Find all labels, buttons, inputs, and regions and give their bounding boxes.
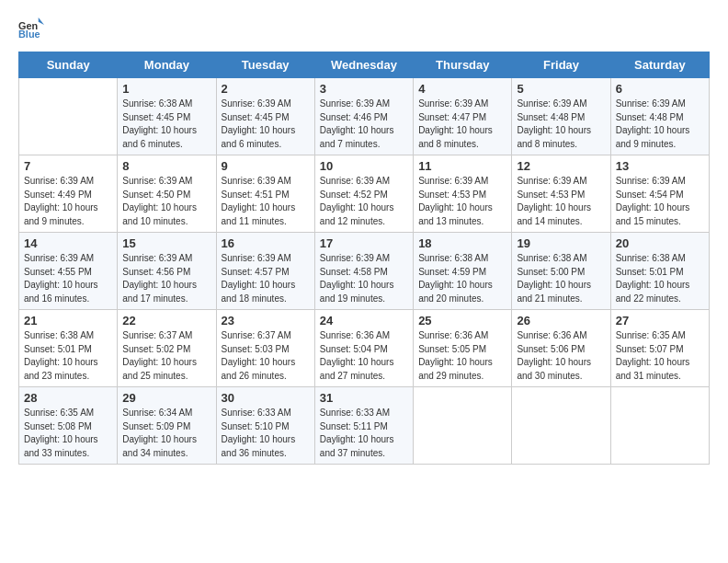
cell-sun-info: Sunrise: 6:36 AMSunset: 5:06 PMDaylight:… — [517, 329, 605, 383]
day-number: 13 — [616, 159, 704, 173]
day-number: 2 — [222, 82, 310, 96]
calendar-cell: 9Sunrise: 6:39 AMSunset: 4:51 PMDaylight… — [216, 155, 314, 233]
calendar-cell: 7Sunrise: 6:39 AMSunset: 4:49 PMDaylight… — [19, 155, 118, 233]
calendar-table: SundayMondayTuesdayWednesdayThursdayFrid… — [18, 52, 710, 465]
week-row-1: 1Sunrise: 6:38 AMSunset: 4:45 PMDaylight… — [19, 78, 710, 155]
calendar-body: 1Sunrise: 6:38 AMSunset: 4:45 PMDaylight… — [19, 78, 710, 465]
day-number: 29 — [122, 391, 210, 405]
logo: Gen Blue — [18, 15, 48, 40]
calendar-cell: 24Sunrise: 6:36 AMSunset: 5:04 PMDayligh… — [314, 310, 413, 387]
calendar-cell: 3Sunrise: 6:39 AMSunset: 4:46 PMDaylight… — [314, 78, 413, 155]
day-number: 6 — [616, 82, 704, 96]
day-number: 10 — [320, 159, 408, 173]
calendar-cell: 16Sunrise: 6:39 AMSunset: 4:57 PMDayligh… — [216, 233, 314, 310]
calendar-cell: 25Sunrise: 6:36 AMSunset: 5:05 PMDayligh… — [414, 310, 512, 387]
cell-sun-info: Sunrise: 6:38 AMSunset: 5:01 PMDaylight:… — [616, 252, 704, 305]
cell-sun-info: Sunrise: 6:39 AMSunset: 4:52 PMDaylight:… — [320, 175, 408, 228]
cell-sun-info: Sunrise: 6:36 AMSunset: 5:05 PMDaylight:… — [418, 329, 506, 383]
logo-icon: Gen Blue — [18, 15, 44, 40]
day-number: 22 — [122, 314, 210, 327]
cell-sun-info: Sunrise: 6:39 AMSunset: 4:50 PMDaylight:… — [122, 175, 210, 228]
calendar-cell: 18Sunrise: 6:38 AMSunset: 4:59 PMDayligh… — [414, 233, 512, 310]
header-day-monday: Monday — [118, 52, 216, 78]
day-number: 19 — [517, 236, 605, 250]
day-number: 20 — [616, 236, 704, 250]
calendar-cell: 19Sunrise: 6:38 AMSunset: 5:00 PMDayligh… — [512, 233, 610, 310]
calendar-cell: 22Sunrise: 6:37 AMSunset: 5:02 PMDayligh… — [118, 310, 216, 387]
calendar-header-row: SundayMondayTuesdayWednesdayThursdayFrid… — [19, 52, 710, 78]
calendar-cell: 23Sunrise: 6:37 AMSunset: 5:03 PMDayligh… — [216, 310, 314, 387]
cell-sun-info: Sunrise: 6:39 AMSunset: 4:54 PMDaylight:… — [616, 175, 704, 228]
cell-sun-info: Sunrise: 6:38 AMSunset: 5:01 PMDaylight:… — [24, 329, 112, 383]
calendar-cell: 8Sunrise: 6:39 AMSunset: 4:50 PMDaylight… — [118, 155, 216, 233]
page-header: Gen Blue — [18, 15, 710, 40]
day-number: 24 — [320, 314, 408, 327]
header-day-sunday: Sunday — [19, 52, 118, 78]
cell-sun-info: Sunrise: 6:39 AMSunset: 4:45 PMDaylight:… — [222, 98, 310, 151]
calendar-cell — [19, 78, 118, 155]
week-row-3: 14Sunrise: 6:39 AMSunset: 4:55 PMDayligh… — [19, 233, 710, 310]
calendar-cell: 15Sunrise: 6:39 AMSunset: 4:56 PMDayligh… — [118, 233, 216, 310]
header-day-thursday: Thursday — [414, 52, 512, 78]
day-number: 23 — [222, 314, 310, 327]
day-number: 9 — [222, 159, 310, 173]
calendar-cell: 4Sunrise: 6:39 AMSunset: 4:47 PMDaylight… — [414, 78, 512, 155]
cell-sun-info: Sunrise: 6:38 AMSunset: 4:45 PMDaylight:… — [122, 98, 210, 151]
cell-sun-info: Sunrise: 6:39 AMSunset: 4:48 PMDaylight:… — [517, 98, 605, 151]
header-day-saturday: Saturday — [610, 52, 709, 78]
day-number: 15 — [122, 236, 210, 250]
calendar-cell: 21Sunrise: 6:38 AMSunset: 5:01 PMDayligh… — [19, 310, 118, 387]
calendar-cell: 14Sunrise: 6:39 AMSunset: 4:55 PMDayligh… — [19, 233, 118, 310]
day-number: 18 — [418, 236, 506, 250]
calendar-cell: 29Sunrise: 6:34 AMSunset: 5:09 PMDayligh… — [118, 387, 216, 465]
cell-sun-info: Sunrise: 6:39 AMSunset: 4:58 PMDaylight:… — [320, 252, 408, 305]
day-number: 31 — [320, 391, 408, 405]
cell-sun-info: Sunrise: 6:36 AMSunset: 5:04 PMDaylight:… — [320, 329, 408, 383]
cell-sun-info: Sunrise: 6:39 AMSunset: 4:53 PMDaylight:… — [517, 175, 605, 228]
cell-sun-info: Sunrise: 6:39 AMSunset: 4:57 PMDaylight:… — [222, 252, 310, 305]
calendar-cell: 20Sunrise: 6:38 AMSunset: 5:01 PMDayligh… — [610, 233, 709, 310]
calendar-cell: 5Sunrise: 6:39 AMSunset: 4:48 PMDaylight… — [512, 78, 610, 155]
cell-sun-info: Sunrise: 6:38 AMSunset: 4:59 PMDaylight:… — [418, 252, 506, 305]
cell-sun-info: Sunrise: 6:37 AMSunset: 5:03 PMDaylight:… — [222, 329, 310, 383]
cell-sun-info: Sunrise: 6:33 AMSunset: 5:10 PMDaylight:… — [222, 407, 310, 460]
day-number: 1 — [122, 82, 210, 96]
cell-sun-info: Sunrise: 6:39 AMSunset: 4:56 PMDaylight:… — [122, 252, 210, 305]
day-number: 14 — [24, 236, 112, 250]
day-number: 12 — [517, 159, 605, 173]
calendar-cell — [414, 387, 512, 465]
svg-marker-2 — [39, 17, 44, 25]
header-day-tuesday: Tuesday — [216, 52, 314, 78]
day-number: 21 — [24, 314, 112, 327]
cell-sun-info: Sunrise: 6:35 AMSunset: 5:08 PMDaylight:… — [24, 407, 112, 460]
cell-sun-info: Sunrise: 6:38 AMSunset: 5:00 PMDaylight:… — [517, 252, 605, 305]
calendar-cell: 1Sunrise: 6:38 AMSunset: 4:45 PMDaylight… — [118, 78, 216, 155]
cell-sun-info: Sunrise: 6:35 AMSunset: 5:07 PMDaylight:… — [616, 329, 704, 383]
cell-sun-info: Sunrise: 6:39 AMSunset: 4:53 PMDaylight:… — [418, 175, 506, 228]
calendar-cell: 6Sunrise: 6:39 AMSunset: 4:48 PMDaylight… — [610, 78, 709, 155]
week-row-4: 21Sunrise: 6:38 AMSunset: 5:01 PMDayligh… — [19, 310, 710, 387]
cell-sun-info: Sunrise: 6:39 AMSunset: 4:49 PMDaylight:… — [24, 175, 112, 228]
calendar-cell — [610, 387, 709, 465]
day-number: 11 — [418, 159, 506, 173]
calendar-cell: 12Sunrise: 6:39 AMSunset: 4:53 PMDayligh… — [512, 155, 610, 233]
header-day-friday: Friday — [512, 52, 610, 78]
calendar-cell: 11Sunrise: 6:39 AMSunset: 4:53 PMDayligh… — [414, 155, 512, 233]
calendar-cell: 13Sunrise: 6:39 AMSunset: 4:54 PMDayligh… — [610, 155, 709, 233]
day-number: 27 — [616, 314, 704, 327]
calendar-cell: 10Sunrise: 6:39 AMSunset: 4:52 PMDayligh… — [314, 155, 413, 233]
cell-sun-info: Sunrise: 6:39 AMSunset: 4:51 PMDaylight:… — [222, 175, 310, 228]
svg-text:Blue: Blue — [18, 29, 40, 40]
calendar-cell: 2Sunrise: 6:39 AMSunset: 4:45 PMDaylight… — [216, 78, 314, 155]
cell-sun-info: Sunrise: 6:37 AMSunset: 5:02 PMDaylight:… — [122, 329, 210, 383]
calendar-cell: 31Sunrise: 6:33 AMSunset: 5:11 PMDayligh… — [314, 387, 413, 465]
calendar-cell: 27Sunrise: 6:35 AMSunset: 5:07 PMDayligh… — [610, 310, 709, 387]
day-number: 4 — [418, 82, 506, 96]
day-number: 25 — [418, 314, 506, 327]
day-number: 26 — [517, 314, 605, 327]
header-day-wednesday: Wednesday — [314, 52, 413, 78]
day-number: 30 — [222, 391, 310, 405]
day-number: 7 — [24, 159, 112, 173]
day-number: 28 — [24, 391, 112, 405]
day-number: 8 — [122, 159, 210, 173]
